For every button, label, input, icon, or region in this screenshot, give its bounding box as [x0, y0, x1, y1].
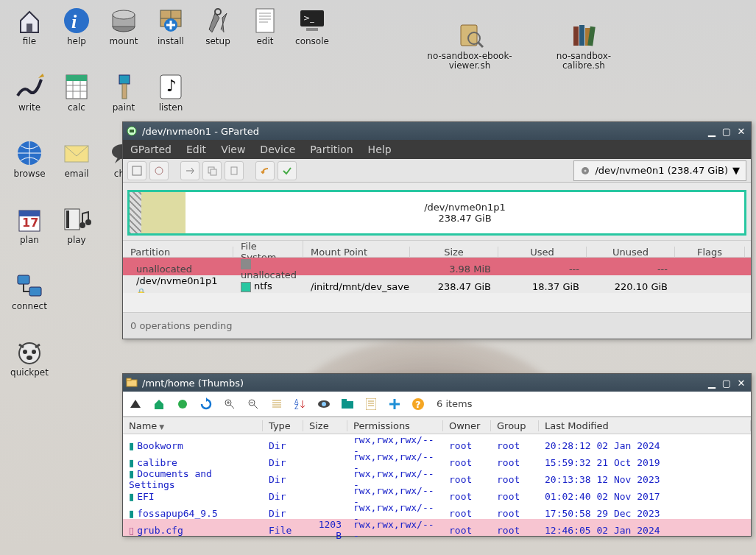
zoom-in-button[interactable] [222, 396, 238, 412]
folder-icon: ▮ [129, 440, 134, 451]
svg-rect-9 [256, 9, 274, 32]
menu-edit[interactable]: Edit [186, 144, 206, 155]
desktop-icon-calc[interactable]: calc [53, 71, 100, 113]
resize-button[interactable] [180, 161, 199, 180]
file-row[interactable]: ▮BookwormDirrwx,rwx,rwx/---rootroot20:28… [123, 434, 751, 451]
close-button[interactable]: ✕ [735, 378, 748, 388]
menu-view[interactable]: View [221, 144, 245, 155]
maximize-button[interactable]: ▢ [720, 378, 733, 388]
desktop-icon-plan[interactable]: 17plan [6, 203, 53, 245]
desktop-icon-write[interactable]: write [6, 71, 53, 113]
partition-region: /dev/nvme0n1p1 238.47 GiB [186, 192, 744, 233]
minimize-button[interactable]: ▁ [705, 126, 718, 136]
add-button[interactable] [386, 396, 403, 412]
svg-rect-38 [579, 25, 584, 46]
desktop-icon-edit[interactable]: edit [241, 4, 289, 46]
desktop-icon-console[interactable]: >_console [289, 4, 336, 46]
delete-partition-button[interactable] [149, 161, 169, 180]
column-header[interactable]: Owner [443, 420, 491, 431]
close-button[interactable]: ✕ [735, 126, 748, 136]
folder-button[interactable] [339, 396, 356, 412]
used-region [141, 192, 186, 233]
partition-graph[interactable]: /dev/nvme0n1p1 238.47 GiB [127, 190, 746, 236]
desktop-icon-script[interactable]: no-sandbox-calibre.sh [532, 19, 635, 71]
partition-row[interactable]: unallocatedunallocated3.98 MiB------ [123, 258, 751, 275]
svg-text:?: ? [415, 399, 421, 410]
svg-point-33 [32, 350, 36, 354]
bookmark-button[interactable] [174, 396, 191, 412]
desktop-icon-connect[interactable]: connect [6, 269, 53, 311]
desktop-icon-label: mount [110, 37, 138, 46]
svg-rect-51 [127, 378, 131, 381]
install-icon [155, 4, 187, 37]
fm-titlebar[interactable]: /mnt/home (Thumbs) ▁ ▢ ✕ [123, 374, 751, 392]
desktop-icon-paint[interactable]: paint [100, 71, 147, 113]
column-header[interactable]: Used [498, 247, 587, 258]
maximize-button[interactable]: ▢ [720, 126, 733, 136]
desktop-icon-mount[interactable]: mount [100, 4, 147, 46]
copy-button[interactable] [202, 161, 222, 180]
desktop-icon-browse[interactable]: browse [6, 137, 53, 179]
desktop-icon-play[interactable]: play [53, 203, 100, 245]
column-header[interactable]: Partition [123, 247, 233, 258]
column-header[interactable]: Flags [675, 247, 745, 258]
column-header[interactable]: Group [491, 420, 539, 431]
paste-button[interactable] [225, 161, 244, 180]
new-partition-button[interactable] [127, 161, 146, 180]
file-row[interactable]: ▮fossapup64_9.5Dirrwx,rwx,rwx/---rootroo… [123, 502, 751, 519]
svg-rect-43 [133, 166, 141, 175]
fm-file-list: ▮BookwormDirrwx,rwx,rwx/---rootroot20:28… [123, 434, 751, 536]
desktop-icon-listen[interactable]: ♪listen [147, 71, 194, 113]
filemanager-window: /mnt/home (Thumbs) ▁ ▢ ✕ AZ ? 6 items Na… [122, 373, 752, 537]
paint-icon [107, 71, 140, 103]
details-button[interactable] [363, 396, 379, 412]
undo-button[interactable] [255, 161, 275, 180]
desktop-icon-label: calc [68, 103, 85, 113]
zoom-out-button[interactable] [245, 396, 261, 412]
column-header[interactable]: Unused [587, 247, 675, 258]
up-button[interactable] [127, 396, 144, 412]
column-header[interactable]: Type [263, 420, 303, 431]
partition-row[interactable]: /dev/nvme0n1p1 🔒ntfs/initrd/mnt/dev_save… [123, 275, 751, 293]
folder-icon: ▮ [129, 491, 134, 502]
desktop-icon-email[interactable]: email [53, 137, 100, 179]
menu-help[interactable]: Help [368, 144, 392, 155]
desktop-icon-install[interactable]: install [147, 4, 194, 46]
column-header[interactable]: Name [123, 420, 263, 431]
home-button[interactable] [151, 396, 167, 412]
column-header[interactable]: Size [303, 420, 347, 431]
column-header[interactable]: Size [410, 247, 498, 258]
svg-text:i: i [71, 11, 77, 32]
fm-app-icon [126, 377, 138, 389]
gparted-columns: PartitionFile SystemMount PointSizeUsedU… [123, 240, 751, 258]
gparted-window: /dev/nvme0n1 - GParted ▁ ▢ ✕ GPartedEdit… [122, 121, 752, 339]
refresh-button[interactable] [198, 396, 214, 412]
file-row[interactable]: ▮calibreDirrwx,rwx,rwx/---rootroot15:59:… [123, 451, 751, 468]
column-header[interactable]: Last Modified [539, 420, 751, 431]
apply-button[interactable] [278, 161, 297, 180]
desktop-icon-quickpet[interactable]: quickpet [6, 336, 53, 378]
desktop-icon-label: file [23, 37, 36, 46]
desktop-icon-label: connect [12, 302, 47, 311]
help-button[interactable]: ? [410, 396, 426, 412]
desktop-icon-label: console [295, 37, 329, 46]
desktop-icon-script[interactable]: no-sandbox-ebook-viewer.sh [418, 19, 521, 71]
desktop-icon-help[interactable]: ihelp [53, 4, 100, 46]
desktop-icon-file[interactable]: file [6, 4, 53, 46]
menu-device[interactable]: Device [260, 144, 295, 155]
minimize-button[interactable]: ▁ [705, 378, 718, 388]
device-selector[interactable]: /dev/nvme0n1 (238.47 GiB) ▼ [573, 160, 746, 181]
column-header[interactable]: Mount Point [303, 247, 410, 258]
svg-text:Z: Z [294, 404, 299, 410]
gparted-titlebar[interactable]: /dev/nvme0n1 - GParted ▁ ▢ ✕ [123, 122, 751, 140]
sort-button[interactable]: AZ [292, 396, 308, 412]
column-header[interactable]: Permissions [347, 420, 443, 431]
file-row[interactable]: ▯grub.cfgFile1203 Brwx,rwx,rwx/---rootro… [123, 519, 751, 536]
file-row[interactable]: ▮Documents and SettingsDirrwx,rwx,rwx/--… [123, 468, 751, 485]
hidden-button[interactable] [316, 396, 332, 412]
fm-toolbar: AZ ? 6 items [123, 392, 751, 417]
desktop-icon-setup[interactable]: setup [194, 4, 241, 46]
list-button[interactable] [269, 396, 285, 412]
menu-partition[interactable]: Partition [310, 144, 353, 155]
menu-gparted[interactable]: GParted [130, 144, 172, 155]
